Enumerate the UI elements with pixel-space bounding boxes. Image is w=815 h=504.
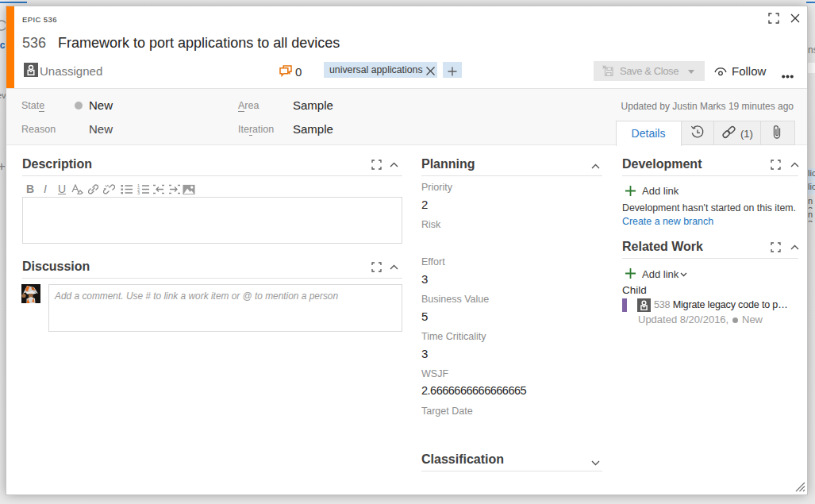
svg-text:3: 3	[137, 190, 140, 194]
